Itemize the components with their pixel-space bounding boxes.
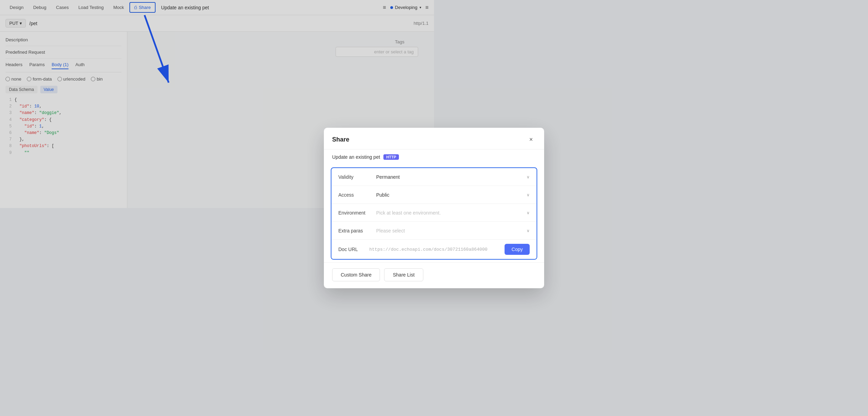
access-label: Access (338, 192, 376, 198)
validity-label: Validity (338, 174, 376, 180)
subtitle-text: Update an existing pet (332, 154, 380, 160)
access-value[interactable]: Public (376, 192, 434, 198)
modal-header: Share × (324, 128, 434, 149)
modal-title: Share (332, 136, 349, 143)
http-badge: HTTP (383, 154, 399, 160)
validity-value[interactable]: Permanent (376, 174, 434, 180)
access-row: Access Public ∨ (331, 186, 434, 204)
validity-row: Validity Permanent ∨ (331, 168, 434, 186)
modal-overlay[interactable]: Share × Update an existing pet HTTP Vali… (0, 0, 434, 208)
modal-subtitle: Update an existing pet HTTP (324, 149, 434, 165)
share-modal: Share × Update an existing pet HTTP Vali… (324, 128, 434, 208)
modal-form: Validity Permanent ∨ Access Public ∨ Env… (331, 167, 434, 208)
environment-row: Environment Pick at least one environmen… (331, 204, 434, 208)
